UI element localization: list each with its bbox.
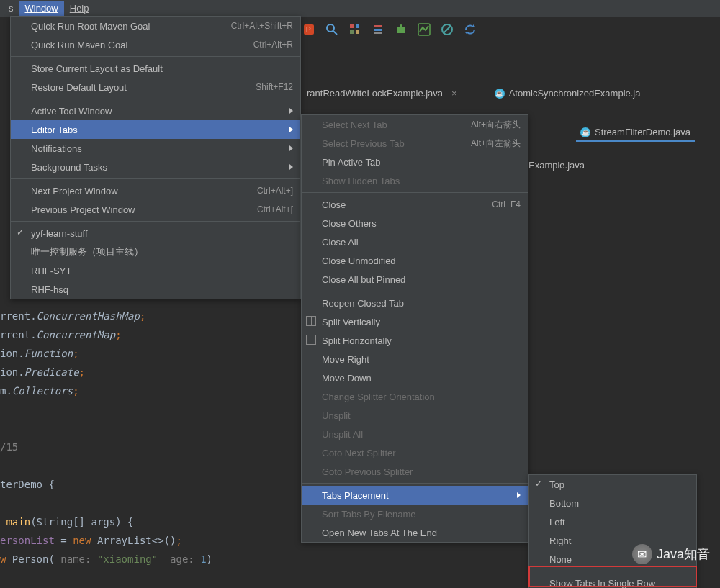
- menu-close-all-but-pinned[interactable]: Close All but Pinned: [302, 270, 528, 289]
- menu-separator: [302, 291, 528, 291]
- svg-line-3: [333, 31, 337, 35]
- tab-stream-filter[interactable]: ☕StreamFilterDemo.java: [576, 124, 695, 142]
- java-file-icon: ☕: [580, 127, 590, 137]
- menu-restore-layout[interactable]: Restore Default LayoutShift+F12: [11, 78, 300, 96]
- menu-unsplit: Unsplit: [302, 406, 528, 425]
- svg-rect-5: [356, 24, 359, 28]
- chart-icon[interactable]: [418, 23, 431, 36]
- menu-sort-tabs-by-filename: Sort Tabs By Filename: [302, 505, 528, 523]
- java-file-icon: ☕: [495, 89, 505, 99]
- puzzle-icon[interactable]: [395, 23, 408, 36]
- menu-show-tabs-single-row[interactable]: Show Tabs In Single Row: [529, 574, 696, 588]
- sync-icon[interactable]: [464, 23, 477, 36]
- svg-rect-4: [350, 24, 354, 28]
- menu-prev-project-window[interactable]: Previous Project WindowCtrl+Alt+[: [11, 200, 300, 219]
- ppt-icon[interactable]: P: [302, 23, 315, 36]
- menu-pin-active-tab[interactable]: Pin Active Tab: [302, 153, 528, 171]
- menu-close[interactable]: CloseCtrl+F4: [302, 195, 528, 214]
- menu-separator: [302, 483, 528, 484]
- menu-goto-prev-splitter: Goto Previous Splitter: [302, 462, 528, 481]
- menu-project-hsq[interactable]: RHF-hsq: [11, 280, 300, 299]
- editor-tabs-row: rantReadWriteLockExample.java× ☕AtomicSy…: [302, 85, 644, 101]
- svg-rect-7: [356, 30, 359, 34]
- menu-reopen-closed-tab[interactable]: Reopen Closed Tab: [302, 294, 528, 312]
- menu-split-vertically[interactable]: Split Vertically: [302, 312, 528, 331]
- structure-icon[interactable]: [348, 23, 361, 36]
- menu-store-layout[interactable]: Store Current Layout as Default: [11, 59, 300, 78]
- menu-separator: [11, 221, 300, 222]
- watermark: ✉ Java知音: [632, 544, 710, 564]
- editor-tabs-row3: Example.java: [528, 160, 585, 171]
- menu-move-right[interactable]: Move Right: [302, 350, 528, 368]
- menubar-item-help[interactable]: Help: [64, 1, 95, 16]
- menu-quick-run-root-maven[interactable]: Quick Run Root Maven GoalCtrl+Alt+Shift+…: [11, 17, 300, 35]
- editor-tabs-submenu: Select Next TabAlt+向右箭头 Select Previous …: [301, 114, 528, 543]
- menu-open-new-tabs-at-end[interactable]: Open New Tabs At The End: [302, 523, 528, 542]
- svg-marker-15: [465, 32, 467, 35]
- svg-marker-14: [473, 24, 475, 27]
- menu-placement-left[interactable]: Left: [529, 512, 696, 531]
- svg-text:P: P: [306, 26, 311, 34]
- menu-editor-tabs[interactable]: Editor Tabs: [11, 120, 300, 139]
- menu-separator: [11, 56, 300, 57]
- no-entry-icon[interactable]: [441, 23, 454, 36]
- menu-project-unique[interactable]: 唯一控制服务（项目主线）: [11, 243, 300, 261]
- menu-project-yyf[interactable]: ✓yyf-learn-stuff: [11, 224, 300, 243]
- menu-goto-next-splitter: Goto Next Splitter: [302, 443, 528, 462]
- watermark-text: Java知音: [657, 546, 710, 563]
- menu-separator: [11, 99, 300, 99]
- menu-split-horizontally[interactable]: Split Horizontally: [302, 331, 528, 350]
- tabs-placement-submenu: ✓Top Bottom Left Right None Show Tabs In…: [528, 474, 697, 588]
- menu-close-all[interactable]: Close All: [302, 232, 528, 251]
- svg-point-2: [327, 24, 334, 32]
- split-vertical-icon: [306, 316, 318, 327]
- menu-separator: [302, 192, 528, 193]
- check-icon: ✓: [17, 227, 24, 238]
- tab-label: Example.java: [528, 160, 585, 171]
- menu-placement-top[interactable]: ✓Top: [529, 475, 696, 494]
- menubar: s Window Help: [0, 0, 720, 17]
- menu-active-tool-window[interactable]: Active Tool Window: [11, 101, 300, 120]
- tab-label: AtomicSynchronizedExample.ja: [509, 88, 641, 99]
- svg-rect-9: [374, 29, 382, 31]
- search-icon[interactable]: [325, 23, 338, 36]
- menu-tabs-placement[interactable]: Tabs Placement: [302, 486, 528, 505]
- menu-separator: [529, 571, 696, 571]
- tab-label: rantReadWriteLockExample.java: [307, 88, 443, 99]
- menubar-item-s[interactable]: s: [3, 1, 19, 16]
- tab-label: StreamFilterDemo.java: [595, 127, 690, 137]
- menu-separator: [11, 178, 300, 179]
- svg-rect-8: [374, 25, 382, 27]
- menu-next-project-window[interactable]: Next Project WindowCtrl+Alt+]: [11, 181, 300, 200]
- menu-project-syt[interactable]: RHF-SYT: [11, 261, 300, 280]
- editor-tabs-row2: ☕StreamFilterDemo.java: [576, 124, 695, 142]
- menu-move-down[interactable]: Move Down: [302, 368, 528, 387]
- menu-quick-run-maven[interactable]: Quick Run Maven GoalCtrl+Alt+R: [11, 35, 300, 54]
- split-horizontal-icon: [306, 335, 318, 346]
- svg-rect-6: [350, 30, 354, 34]
- menu-change-splitter-orientation: Change Splitter Orientation: [302, 387, 528, 406]
- menu-background-tasks[interactable]: Background Tasks: [11, 158, 300, 176]
- align-icon[interactable]: [372, 23, 384, 36]
- menu-notifications[interactable]: Notifications: [11, 139, 300, 158]
- svg-line-13: [444, 26, 451, 33]
- menu-close-others[interactable]: Close Others: [302, 214, 528, 232]
- svg-rect-10: [374, 32, 382, 34]
- tab-atomic-sync[interactable]: ☕AtomicSynchronizedExample.ja: [490, 85, 645, 101]
- window-menu: Quick Run Root Maven GoalCtrl+Alt+Shift+…: [10, 16, 301, 299]
- menubar-item-window[interactable]: Window: [19, 1, 64, 16]
- toolbar: P: [302, 23, 477, 36]
- close-icon[interactable]: ×: [451, 88, 457, 99]
- wechat-icon: ✉: [632, 544, 652, 564]
- menu-unsplit-all: Unsplit All: [302, 425, 528, 443]
- menu-select-prev-tab: Select Previous TabAlt+向左箭头: [302, 134, 528, 153]
- menu-placement-bottom[interactable]: Bottom: [529, 494, 696, 512]
- menu-show-hidden-tabs: Show Hidden Tabs: [302, 171, 528, 190]
- tab-reentrant-lock[interactable]: rantReadWriteLockExample.java×: [302, 85, 462, 101]
- menu-close-unmodified[interactable]: Close Unmodified: [302, 251, 528, 270]
- code-editor[interactable]: rrent.ConcurrentHashMap; rrent.Concurren…: [0, 307, 212, 569]
- menu-select-next-tab: Select Next TabAlt+向右箭头: [302, 115, 528, 134]
- check-icon: ✓: [535, 479, 542, 489]
